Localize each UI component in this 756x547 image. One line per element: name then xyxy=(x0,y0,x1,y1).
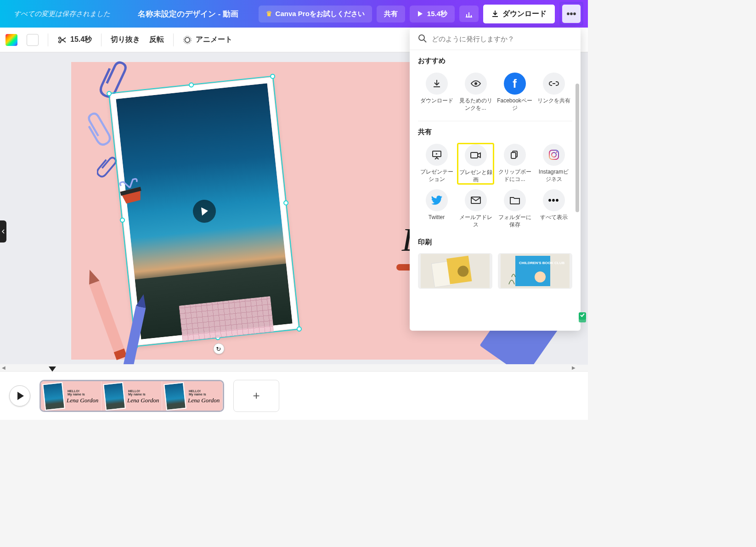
design-title[interactable]: 名称未設定のデザイン - 動画 xyxy=(138,9,238,19)
search-icon xyxy=(418,34,427,43)
animate-button[interactable]: アニメート xyxy=(183,35,232,45)
svg-rect-9 xyxy=(471,152,478,158)
recommend-grid: ダウンロード 見るためのリンクを... f Facebookページ リンクを共有 xyxy=(418,72,572,113)
save-status: すべての変更は保存されました xyxy=(14,10,110,18)
timeline-frame[interactable]: HELLO!My name isLena Gordon xyxy=(102,381,162,411)
play-preview-button[interactable]: 15.4秒 xyxy=(410,6,455,23)
animate-icon xyxy=(183,35,192,45)
timeline-clip[interactable]: HELLO!My name isLena Gordon HELLO!My nam… xyxy=(39,380,224,412)
scroll-left-button[interactable]: ◀ xyxy=(0,364,7,371)
bar-chart-icon xyxy=(465,10,473,18)
print-row: CHILDREN'S BOOK CLUB xyxy=(418,253,572,289)
sidebar-collapse-tab[interactable] xyxy=(0,220,6,242)
publish-item-folder[interactable]: フォルダーに保存 xyxy=(496,188,533,229)
svg-rect-11 xyxy=(511,152,516,158)
share-button[interactable]: 共有 xyxy=(377,6,405,23)
extension-badge-icon[interactable] xyxy=(578,311,587,323)
publish-item-facebook[interactable]: f Facebookページ xyxy=(496,72,533,113)
publish-item-clipboard[interactable]: クリップボードにコ... xyxy=(496,143,533,185)
svg-rect-25 xyxy=(579,317,586,322)
share-grid: プレゼンテーション プレゼンと録画 クリップボードにコ... Instagram… xyxy=(418,143,572,229)
publish-panel: おすすめ ダウンロード 見るためのリンクを... f Facebookページ リ… xyxy=(410,28,581,331)
svg-point-0 xyxy=(59,37,61,39)
download-icon xyxy=(491,10,499,17)
clipboard-icon xyxy=(504,144,526,166)
timeline: HELLO!My name isLena Gordon HELLO!My nam… xyxy=(0,371,588,420)
svg-point-7 xyxy=(474,82,477,85)
toolbar-divider xyxy=(101,34,102,46)
pencil-icon xyxy=(113,291,158,365)
crop-button[interactable]: 切り抜き xyxy=(111,35,140,45)
instagram-icon xyxy=(543,144,565,166)
scissors-icon xyxy=(57,35,67,45)
svg-rect-21 xyxy=(515,256,550,286)
presentation-icon xyxy=(426,144,448,166)
flip-button[interactable]: 反転 xyxy=(149,35,164,45)
publish-item-share-link[interactable]: リンクを共有 xyxy=(535,72,572,113)
svg-point-14 xyxy=(556,152,557,153)
more-menu-button[interactable]: ••• xyxy=(562,5,581,23)
publish-search-input[interactable] xyxy=(432,35,572,43)
add-page-button[interactable]: + xyxy=(233,380,279,412)
twitter-icon xyxy=(426,189,448,211)
publish-panel-body: おすすめ ダウンロード 見るためのリンクを... f Facebookページ リ… xyxy=(410,50,581,331)
publish-item-download[interactable]: ダウンロード xyxy=(418,72,455,113)
section-recommend-title: おすすめ xyxy=(418,56,572,65)
publish-item-twitter[interactable]: Twitter xyxy=(418,188,455,229)
chart-button[interactable] xyxy=(459,6,479,22)
color-swatch-rainbow[interactable] xyxy=(6,34,17,46)
section-print-title: 印刷 xyxy=(418,238,572,247)
toolbar-divider xyxy=(173,34,174,46)
chevron-left-icon xyxy=(2,229,5,234)
publish-item-presentation[interactable]: プレゼンテーション xyxy=(418,143,455,185)
plus-icon: + xyxy=(253,389,260,403)
svg-point-23 xyxy=(535,271,546,282)
publish-item-instagram[interactable]: Instagramビジネス xyxy=(535,143,572,185)
svg-text:CHILDREN'S BOOK CLUB: CHILDREN'S BOOK CLUB xyxy=(519,261,564,265)
svg-point-1 xyxy=(59,40,61,42)
publish-item-view-link[interactable]: 見るためのリンクを... xyxy=(457,72,494,113)
download-button[interactable]: ダウンロード xyxy=(483,5,555,23)
paperclip-icon xyxy=(97,154,117,180)
record-icon xyxy=(465,144,487,166)
panel-divider xyxy=(418,121,572,121)
publish-item-show-all[interactable]: ••• すべて表示 xyxy=(535,188,572,229)
app-header: すべての変更は保存されました 名称未設定のデザイン - 動画 ♛ Canva P… xyxy=(0,0,588,28)
publish-item-present-record[interactable]: プレゼンと録画 xyxy=(457,143,494,185)
eye-icon xyxy=(465,73,487,95)
link-icon xyxy=(543,73,565,95)
section-share-title: 共有 xyxy=(418,128,572,136)
canva-pro-button[interactable]: ♛ Canva Proをお試しください xyxy=(259,6,372,23)
svg-point-6 xyxy=(419,35,424,40)
paperclip-icon xyxy=(85,110,113,147)
publish-search[interactable] xyxy=(410,28,581,50)
horizontal-scrollbar[interactable]: ◀ ▶ xyxy=(0,364,577,371)
timeline-play-button[interactable] xyxy=(9,385,30,406)
publish-item-email[interactable]: メールアドレス xyxy=(457,188,494,229)
svg-point-2 xyxy=(185,37,190,42)
play-icon xyxy=(417,11,423,17)
scroll-right-button[interactable]: ▶ xyxy=(570,364,577,371)
duration-trim-button[interactable]: 15.4秒 xyxy=(57,35,92,45)
canva-pro-label: Canva Proをお試しください xyxy=(276,10,365,18)
facebook-icon: f xyxy=(504,73,526,95)
ellipsis-icon: ••• xyxy=(566,9,576,19)
print-card-blue[interactable]: CHILDREN'S BOOK CLUB xyxy=(498,253,572,289)
more-button-highlight: ••• xyxy=(559,2,583,26)
folder-icon xyxy=(504,189,526,211)
download-icon xyxy=(426,73,448,95)
svg-point-13 xyxy=(552,152,556,157)
color-swatch-none[interactable] xyxy=(27,34,39,46)
timeline-frame[interactable]: HELLO!My name isLena Gordon xyxy=(41,381,102,411)
email-icon xyxy=(465,189,487,211)
playhead-marker[interactable] xyxy=(49,367,56,372)
rotate-handle[interactable]: ↻ xyxy=(213,343,225,355)
ellipsis-icon: ••• xyxy=(543,189,565,211)
timeline-frame[interactable]: HELLO!My name isLena Gordon xyxy=(162,381,223,411)
print-card-yellow[interactable] xyxy=(418,253,492,289)
crown-icon: ♛ xyxy=(266,10,272,18)
panel-scrollbar[interactable] xyxy=(575,84,579,212)
toolbar-divider xyxy=(48,34,48,46)
